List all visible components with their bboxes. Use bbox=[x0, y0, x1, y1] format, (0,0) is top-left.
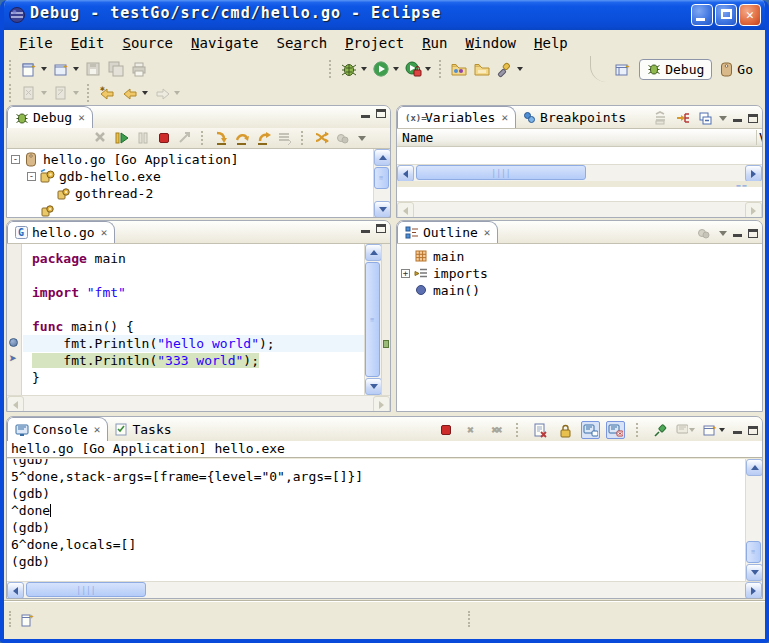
step-over-button[interactable] bbox=[233, 129, 252, 147]
tab-variables[interactable]: (x)= Variables ✕ bbox=[397, 106, 516, 128]
close-tab-icon[interactable]: ✕ bbox=[99, 226, 108, 239]
debug-tree-item[interactable]: -gdb-hello.exe bbox=[7, 168, 373, 185]
console-vertical-scrollbar[interactable]: ≡ bbox=[745, 459, 762, 581]
new-wizard-button[interactable]: ✦ bbox=[19, 59, 49, 80]
menu-file[interactable]: File bbox=[10, 33, 62, 53]
scrollbar-thumb[interactable]: |||| bbox=[416, 165, 586, 180]
view-menu-chevron-icon[interactable] bbox=[358, 136, 366, 141]
console-horizontal-scrollbar[interactable]: |||| bbox=[7, 581, 762, 598]
external-tools-button[interactable] bbox=[403, 59, 433, 80]
menu-source[interactable]: Source bbox=[113, 33, 182, 53]
outline-item[interactable]: main bbox=[397, 248, 762, 265]
minimize-view-icon[interactable] bbox=[361, 225, 370, 233]
last-edit-location-button[interactable]: ✱ bbox=[97, 83, 118, 104]
tab-console[interactable]: Console ✕ bbox=[7, 417, 108, 441]
terminate-button[interactable] bbox=[436, 421, 455, 439]
debug-launch-button[interactable] bbox=[339, 59, 369, 80]
scrollbar-thumb[interactable]: ≡ bbox=[374, 167, 389, 189]
title-bar[interactable]: Debug - testGo/src/cmd/hello.go - Eclips… bbox=[0, 0, 769, 30]
scroll-down-button[interactable] bbox=[746, 564, 763, 581]
minimize-view-icon[interactable] bbox=[733, 426, 742, 434]
column-header-value[interactable]: V bbox=[756, 130, 762, 145]
tab-hello-go[interactable]: G hello.go ✕ bbox=[7, 221, 115, 243]
scroll-right-button[interactable] bbox=[745, 165, 762, 182]
console-output[interactable]: (gdb)5^done,stack-args=[frame={level="0"… bbox=[7, 459, 745, 581]
step-into-button[interactable] bbox=[212, 129, 231, 147]
tree-expander-icon[interactable]: - bbox=[27, 172, 36, 181]
outline-item[interactable]: +imports bbox=[397, 265, 762, 282]
terminate-button[interactable] bbox=[154, 129, 173, 147]
overview-ruler[interactable] bbox=[381, 244, 390, 412]
open-resource-button[interactable] bbox=[449, 59, 470, 80]
view-menu-chevron-icon[interactable] bbox=[719, 116, 727, 121]
code-line[interactable]: } bbox=[23, 369, 364, 386]
menu-edit[interactable]: Edit bbox=[62, 33, 114, 53]
debug-tree-item[interactable]: -hello.go [Go Application] bbox=[7, 151, 373, 168]
variables-details-pane[interactable] bbox=[397, 187, 762, 201]
minimize-view-icon[interactable] bbox=[733, 114, 742, 122]
open-folder-button[interactable] bbox=[472, 59, 493, 80]
code-line[interactable]: fmt.Println("333 world"); bbox=[23, 352, 364, 369]
search-button[interactable] bbox=[495, 59, 525, 80]
scroll-lock-button[interactable] bbox=[556, 421, 575, 439]
code-line[interactable]: package main bbox=[23, 250, 364, 267]
debug-tree-item[interactable] bbox=[7, 202, 373, 217]
close-tab-icon[interactable]: ✕ bbox=[92, 423, 101, 436]
tab-debug[interactable]: Debug ✕ bbox=[7, 106, 93, 128]
show-stdout-button[interactable] bbox=[581, 421, 600, 439]
scrollbar-thumb[interactable]: ≡ bbox=[746, 541, 761, 563]
step-return-button[interactable] bbox=[254, 129, 273, 147]
show-stderr-button[interactable] bbox=[606, 421, 625, 439]
run-launch-button[interactable] bbox=[371, 59, 401, 80]
menu-run[interactable]: Run bbox=[413, 33, 456, 53]
scroll-left-button[interactable] bbox=[397, 165, 414, 182]
open-perspective-button[interactable]: ✦ bbox=[613, 59, 634, 80]
close-button[interactable]: ✕ bbox=[739, 4, 761, 26]
scroll-down-button[interactable] bbox=[374, 201, 390, 217]
overview-debug-marker[interactable] bbox=[383, 340, 389, 348]
maximize-view-icon[interactable] bbox=[748, 229, 758, 238]
column-header-name[interactable]: Name bbox=[397, 130, 756, 145]
variables-horizontal-scrollbar[interactable]: |||| bbox=[397, 164, 762, 181]
fast-view-icon[interactable]: ✦ bbox=[20, 611, 38, 627]
view-menu-chevron-icon[interactable] bbox=[719, 231, 727, 236]
annotation-ruler[interactable]: ➤ bbox=[7, 244, 22, 412]
editor-vertical-scrollbar[interactable]: ≡ bbox=[364, 244, 381, 395]
scroll-right-button[interactable] bbox=[745, 582, 762, 599]
back-button[interactable] bbox=[120, 83, 150, 104]
pin-console-button[interactable] bbox=[651, 421, 670, 439]
scrollbar-thumb[interactable]: |||| bbox=[26, 582, 146, 597]
code-line[interactable] bbox=[23, 301, 364, 318]
use-step-filters-button[interactable] bbox=[312, 129, 331, 147]
perspective-debug-button[interactable]: Debug bbox=[639, 59, 712, 80]
debug-tree-item[interactable]: gothread-2 bbox=[7, 185, 373, 202]
collapse-all-button[interactable] bbox=[697, 109, 713, 127]
close-tab-icon[interactable]: ✕ bbox=[482, 226, 491, 239]
tab-tasks[interactable]: Tasks bbox=[108, 417, 178, 441]
resume-button[interactable] bbox=[112, 129, 131, 147]
clear-console-button[interactable] bbox=[531, 421, 550, 439]
code-line[interactable]: fmt.Println("hello world"); bbox=[23, 335, 364, 352]
instruction-pointer-icon[interactable]: ➤ bbox=[9, 354, 17, 364]
breakpoint-icon[interactable] bbox=[9, 338, 18, 347]
tree-expander-icon[interactable]: + bbox=[401, 269, 410, 278]
open-console-button[interactable]: ✦ bbox=[701, 421, 727, 439]
perspective-go-button[interactable]: Go bbox=[716, 60, 757, 79]
menu-navigate[interactable]: Navigate bbox=[182, 33, 267, 53]
minimize-button[interactable] bbox=[691, 4, 713, 26]
maximize-button[interactable] bbox=[715, 4, 737, 26]
maximize-view-icon[interactable] bbox=[748, 114, 758, 123]
add-global-variables-button[interactable] bbox=[675, 109, 691, 127]
scroll-up-button[interactable] bbox=[365, 244, 382, 261]
tab-breakpoints[interactable]: Breakpoints bbox=[516, 106, 633, 128]
menu-project[interactable]: Project bbox=[336, 33, 413, 53]
menu-help[interactable]: Help bbox=[525, 33, 577, 53]
close-tab-icon[interactable]: ✕ bbox=[76, 111, 85, 124]
code-line[interactable]: import "fmt" bbox=[23, 284, 364, 301]
menu-window[interactable]: Window bbox=[456, 33, 525, 53]
scrollbar-thumb[interactable]: ≡ bbox=[365, 262, 380, 377]
scroll-up-button[interactable] bbox=[746, 459, 763, 476]
maximize-view-icon[interactable] bbox=[376, 224, 386, 233]
maximize-view-icon[interactable] bbox=[376, 109, 386, 118]
outline-item[interactable]: main() bbox=[397, 282, 762, 299]
